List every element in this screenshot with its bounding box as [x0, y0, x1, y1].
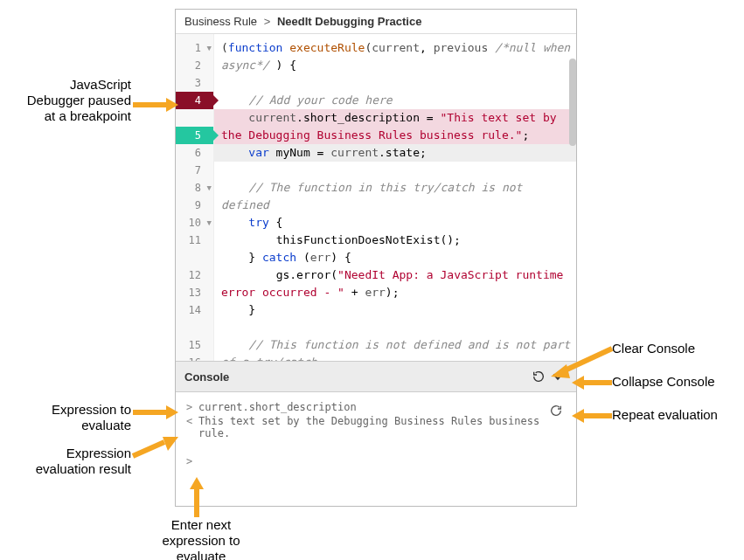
breakpoint-marker[interactable]: 4	[176, 92, 213, 109]
code-line-current: var myNum = current.state;	[214, 144, 576, 162]
gutter-line: 7	[176, 162, 213, 179]
code-line: }	[214, 301, 576, 319]
svg-marker-9	[551, 364, 570, 378]
refresh-icon	[532, 370, 546, 384]
arrow-icon	[133, 437, 178, 467]
line-gutter[interactable]: 1▼ 2 3 4 5 6 7 8▼ 9 10▼ 11 12 13 14 15 1…	[176, 34, 214, 361]
svg-marker-3	[166, 405, 178, 419]
gutter-line: 11	[176, 232, 213, 249]
gutter-line: 8▼	[176, 179, 213, 197]
code-line: // This function is not defined and is n…	[214, 336, 576, 361]
console-header: Console	[176, 361, 576, 392]
annotation-clear: Clear Console	[612, 341, 695, 356]
code-line	[214, 319, 576, 336]
code-line: // Add your code here	[214, 92, 576, 109]
console-title: Console	[184, 370, 229, 384]
crumb-business-rule[interactable]: Business Rule	[184, 15, 257, 28]
code-area[interactable]: (function executeRule(current, previous …	[214, 34, 576, 361]
svg-line-8	[563, 349, 612, 371]
console-output-text: This text set by the Debugging Business …	[198, 415, 566, 439]
svg-line-4	[133, 442, 164, 456]
output-caret-icon: <	[186, 415, 198, 427]
annotation-result: Expression evaluation result	[9, 446, 131, 477]
clear-console-button[interactable]	[529, 367, 548, 386]
arrow-icon	[188, 477, 205, 521]
gutter-line: 6	[176, 144, 213, 162]
gutter-line: 14	[176, 301, 213, 319]
arrow-icon	[133, 96, 178, 117]
console-output-row: < This text set by the Debugging Busines…	[186, 415, 566, 439]
arrow-icon	[572, 374, 612, 395]
console-body[interactable]: > current.short_description < This text …	[176, 392, 576, 506]
annotation-next: Enter next expression to evaluate	[149, 517, 254, 560]
annotation-collapse: Collapse Console	[612, 374, 715, 390]
svg-marker-1	[166, 98, 178, 112]
svg-marker-7	[190, 477, 204, 489]
annotation-breakpoint: JavaScript Debugger paused at a breakpoi…	[9, 77, 131, 124]
crumb-record: NeedIt Debugging Practice	[277, 15, 421, 28]
svg-marker-13	[572, 409, 584, 423]
code-line: // The function in this try/catch is not…	[214, 179, 576, 214]
annotation-expression: Expression to evaluate	[9, 402, 131, 433]
code-editor[interactable]: 1▼ 2 3 4 5 6 7 8▼ 9 10▼ 11 12 13 14 15 1…	[176, 34, 576, 361]
code-line-breakpoint: current.short_description = "This text s…	[214, 109, 576, 144]
gutter-line: 2	[176, 57, 213, 74]
console-input-row: > current.short_description	[186, 401, 566, 413]
scrollbar[interactable]	[569, 59, 576, 146]
code-line: try {	[214, 214, 576, 232]
gutter-line: 3	[176, 74, 213, 92]
gutter-line: 10▼	[176, 214, 213, 232]
gutter-line	[176, 249, 213, 266]
fold-icon[interactable]: ▼	[207, 39, 212, 57]
code-line: gs.error("NeedIt App: a JavaScript runti…	[214, 266, 576, 301]
arrow-icon	[133, 404, 178, 425]
gutter-line: 12	[176, 266, 213, 284]
gutter-line: 15	[176, 336, 213, 354]
annotation-repeat: Repeat evaluation	[612, 407, 718, 423]
fold-icon[interactable]: ▼	[207, 179, 212, 197]
svg-marker-11	[572, 376, 584, 390]
code-line: thisFunctionDoesNotExist();	[214, 232, 576, 249]
gutter-line	[176, 109, 213, 127]
fold-icon[interactable]: ▼	[207, 214, 212, 232]
gutter-line: 16	[176, 354, 213, 361]
code-line	[214, 162, 576, 179]
code-line: (function executeRule(current, previous …	[214, 39, 576, 74]
breadcrumb: Business Rule > NeedIt Debugging Practic…	[176, 10, 576, 34]
gutter-line: 9	[176, 197, 213, 214]
gutter-line	[176, 319, 213, 336]
debugger-panel: Business Rule > NeedIt Debugging Practic…	[175, 9, 577, 507]
current-line-marker[interactable]: 5	[176, 127, 213, 144]
input-caret-icon: >	[186, 401, 198, 413]
console-input-text: current.short_description	[198, 401, 566, 413]
repeat-icon	[549, 404, 563, 418]
crumb-sep: >	[264, 15, 271, 28]
prompt-caret-icon: >	[186, 455, 198, 467]
repeat-evaluation-button[interactable]	[546, 401, 566, 420]
arrow-icon	[572, 407, 612, 428]
gutter-line: 13	[176, 284, 213, 301]
console-prompt-row[interactable]: >	[186, 455, 566, 467]
code-line: } catch (err) {	[214, 249, 576, 266]
gutter-line: 1▼	[176, 39, 213, 57]
code-line	[214, 74, 576, 92]
